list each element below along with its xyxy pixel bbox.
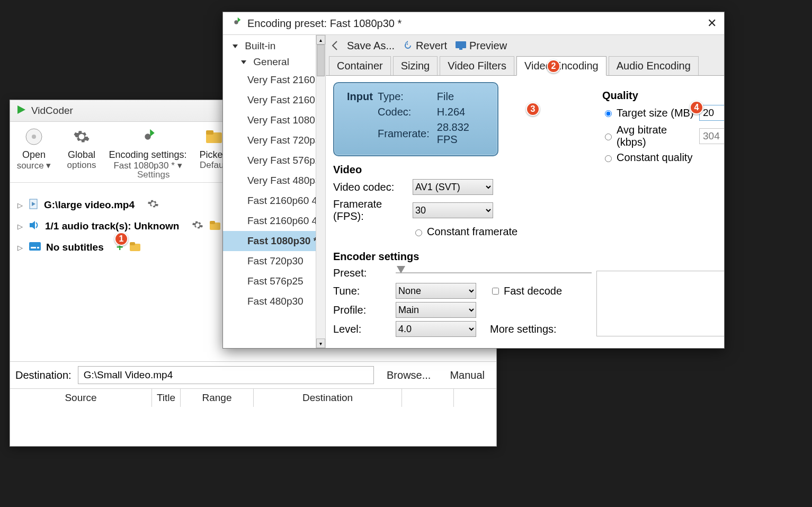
preset-main: Save As... Revert Preview Container Sizi…: [326, 35, 724, 348]
preview-button[interactable]: Preview: [456, 40, 507, 52]
expand-icon[interactable]: ▷: [17, 201, 24, 209]
col-title[interactable]: Title: [152, 389, 181, 407]
tune-select[interactable]: None: [396, 283, 476, 299]
speaker-icon: [29, 220, 40, 233]
avg-bitrate-input[interactable]: [699, 128, 724, 144]
level-label: Level:: [333, 323, 391, 335]
col-range[interactable]: Range: [181, 389, 254, 407]
more-settings-label: More settings:: [490, 323, 557, 335]
preset-slider[interactable]: [396, 266, 592, 280]
fast-decode-checkbox[interactable]: [492, 288, 499, 295]
constant-framerate-radio[interactable]: [415, 229, 422, 236]
avg-bitrate-radio[interactable]: [605, 134, 612, 140]
expand-icon[interactable]: ▷: [17, 223, 24, 230]
more-settings-box[interactable]: [596, 271, 724, 336]
app-icon: [15, 104, 27, 118]
svg-rect-14: [130, 242, 135, 245]
preset-tree-item[interactable]: Very Fast 480p30: [223, 171, 325, 191]
encoder-section-header: Encoder settings: [333, 251, 592, 263]
col-blank2: [454, 389, 496, 407]
tab-sizing[interactable]: Sizing: [393, 56, 438, 75]
app-title: VidCoder: [31, 105, 73, 117]
profile-select[interactable]: Main: [396, 302, 476, 318]
global-options-button[interactable]: Global options: [58, 125, 105, 182]
back-button[interactable]: [331, 40, 338, 51]
tab-audio-encoding[interactable]: Audio Encoding: [609, 56, 699, 75]
col-dest[interactable]: Destination: [254, 389, 402, 407]
destination-label: Destination:: [15, 369, 72, 381]
subtitle-folder-icon[interactable]: [129, 241, 141, 254]
subtitle-icon: [29, 242, 41, 253]
expand-icon[interactable]: ▷: [17, 244, 24, 252]
tab-video-filters[interactable]: Video Filters: [440, 56, 514, 75]
preset-tree-item[interactable]: Very Fast 576p25: [223, 150, 325, 171]
preset-tree-item[interactable]: Very Fast 1080p30: [223, 110, 325, 130]
profile-label: Profile:: [333, 304, 391, 316]
tab-container[interactable]: Container: [329, 56, 391, 75]
annotation-badge-4: 4: [690, 101, 703, 114]
svg-rect-15: [456, 41, 466, 48]
preset-tree-item[interactable]: Fast 576p25: [223, 271, 325, 291]
col-source[interactable]: Source: [10, 389, 152, 407]
constant-quality-label: Constant quality: [617, 152, 692, 164]
tree-node-builtin[interactable]: Built-in: [223, 38, 325, 54]
preset-tree-item[interactable]: Fast 2160p60 4K: [223, 191, 325, 211]
source-path: G:\large video.mp4: [44, 199, 135, 211]
tab-row: Container Sizing Video Filters Video Enc…: [326, 56, 724, 75]
preset-toolbar: Save As... Revert Preview: [326, 35, 724, 56]
destination-input[interactable]: [78, 366, 374, 384]
monitor-icon: [456, 41, 466, 50]
audio-gear-icon[interactable]: [192, 219, 203, 234]
tab-video-encoding[interactable]: Video Encoding: [516, 56, 606, 76]
video-codec-select[interactable]: AV1 (SVT): [413, 179, 493, 195]
tab-content: Input Type: File Codec: H.264 Framerate:…: [326, 75, 724, 348]
preset-titlebar[interactable]: Encoding preset: Fast 1080p30 * ✕: [223, 12, 724, 34]
level-select[interactable]: 4.0: [396, 321, 476, 337]
annotation-badge-1: 1: [114, 232, 128, 246]
tree-node-general[interactable]: General: [223, 54, 325, 70]
preset-icon: [230, 16, 242, 31]
preset-tree-item[interactable]: Fast 1080p30 *: [223, 231, 325, 251]
col-blank1: [402, 389, 454, 407]
target-size-label: Target size (MB): [617, 107, 696, 119]
target-size-radio[interactable]: [605, 110, 612, 117]
close-button[interactable]: ✕: [707, 16, 717, 30]
undo-icon: [403, 41, 413, 50]
subtitles-text: No subtitles: [46, 242, 104, 253]
video-file-icon: [29, 199, 39, 212]
revert-button[interactable]: Revert: [403, 40, 447, 52]
constant-quality-radio[interactable]: [605, 155, 612, 162]
fast-decode-label: Fast decode: [504, 285, 562, 297]
tune-label: Tune:: [333, 285, 391, 297]
annotation-badge-2: 2: [547, 59, 560, 73]
preset-tree-scrollbar[interactable]: ▴ ▾: [316, 35, 325, 348]
browse-button[interactable]: Browse...: [380, 369, 437, 381]
preset-tree-item[interactable]: Fast 720p30: [223, 251, 325, 271]
svg-rect-12: [37, 247, 39, 248]
source-gear-icon[interactable]: [147, 198, 159, 212]
audio-text: 1/1 audio track(s): Unknown: [45, 220, 179, 232]
svg-point-2: [32, 135, 36, 139]
video-codec-label: Video codec:: [333, 181, 408, 193]
preset-tree-item[interactable]: Fast 480p30: [223, 291, 325, 312]
svg-marker-7: [30, 221, 35, 229]
main-bottom: Destination: Browse... Manual Source Tit…: [10, 361, 496, 446]
framerate-label: Framerate (FPS):: [333, 198, 408, 223]
encoding-preset-dialog: Encoding preset: Fast 1080p30 * ✕ Built-…: [222, 12, 725, 349]
audio-folder-icon[interactable]: [209, 220, 221, 233]
scroll-down-icon[interactable]: ▾: [316, 339, 325, 348]
framerate-select[interactable]: 30: [413, 202, 493, 218]
svg-rect-16: [459, 48, 462, 50]
preset-tree[interactable]: Built-in General Very Fast 2160p60Very F…: [223, 35, 326, 348]
scroll-thumb[interactable]: [317, 45, 325, 76]
save-as-button[interactable]: Save As...: [347, 40, 395, 52]
preset-tree-item[interactable]: Very Fast 2160p60: [223, 70, 325, 90]
open-source-button[interactable]: Open source ▾: [10, 125, 58, 182]
queue-body: [10, 407, 496, 446]
preset-tree-item[interactable]: Very Fast 2160p60: [223, 90, 325, 110]
preset-tree-item[interactable]: Very Fast 720p30: [223, 130, 325, 150]
scroll-up-icon[interactable]: ▴: [316, 35, 325, 45]
preset-tree-item[interactable]: Fast 2160p60 4K: [223, 211, 325, 231]
manual-button[interactable]: Manual: [443, 369, 491, 381]
folder-icon: [204, 127, 224, 146]
